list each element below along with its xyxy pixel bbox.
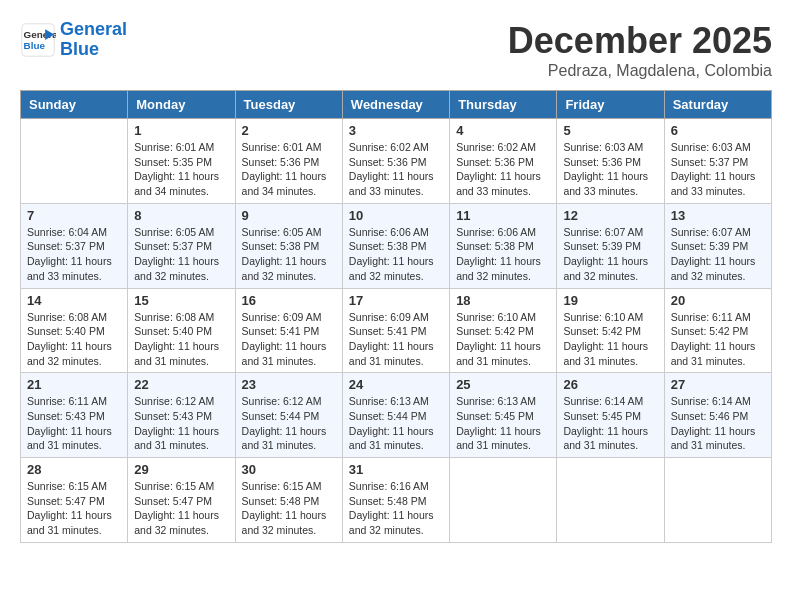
day-number: 24 [349,377,443,392]
svg-text:Blue: Blue [24,40,46,51]
weekday-header-tuesday: Tuesday [235,91,342,119]
day-info: Sunrise: 6:15 AM Sunset: 5:47 PM Dayligh… [27,479,121,538]
page-header: General Blue GeneralBlue December 2025 P… [20,20,772,80]
day-info: Sunrise: 6:10 AM Sunset: 5:42 PM Dayligh… [456,310,550,369]
weekday-header-saturday: Saturday [664,91,771,119]
week-row-2: 7Sunrise: 6:04 AM Sunset: 5:37 PM Daylig… [21,203,772,288]
calendar-cell [664,458,771,543]
day-number: 2 [242,123,336,138]
calendar-cell: 15Sunrise: 6:08 AM Sunset: 5:40 PM Dayli… [128,288,235,373]
calendar-cell: 5Sunrise: 6:03 AM Sunset: 5:36 PM Daylig… [557,119,664,204]
calendar-cell: 19Sunrise: 6:10 AM Sunset: 5:42 PM Dayli… [557,288,664,373]
day-info: Sunrise: 6:16 AM Sunset: 5:48 PM Dayligh… [349,479,443,538]
day-number: 7 [27,208,121,223]
day-number: 29 [134,462,228,477]
day-info: Sunrise: 6:08 AM Sunset: 5:40 PM Dayligh… [134,310,228,369]
calendar-cell: 11Sunrise: 6:06 AM Sunset: 5:38 PM Dayli… [450,203,557,288]
day-info: Sunrise: 6:04 AM Sunset: 5:37 PM Dayligh… [27,225,121,284]
calendar-cell: 30Sunrise: 6:15 AM Sunset: 5:48 PM Dayli… [235,458,342,543]
calendar-cell: 9Sunrise: 6:05 AM Sunset: 5:38 PM Daylig… [235,203,342,288]
day-info: Sunrise: 6:13 AM Sunset: 5:44 PM Dayligh… [349,394,443,453]
day-info: Sunrise: 6:02 AM Sunset: 5:36 PM Dayligh… [349,140,443,199]
calendar-cell: 2Sunrise: 6:01 AM Sunset: 5:36 PM Daylig… [235,119,342,204]
calendar-cell: 4Sunrise: 6:02 AM Sunset: 5:36 PM Daylig… [450,119,557,204]
day-number: 1 [134,123,228,138]
week-row-1: 1Sunrise: 6:01 AM Sunset: 5:35 PM Daylig… [21,119,772,204]
day-info: Sunrise: 6:05 AM Sunset: 5:38 PM Dayligh… [242,225,336,284]
calendar-cell: 18Sunrise: 6:10 AM Sunset: 5:42 PM Dayli… [450,288,557,373]
day-info: Sunrise: 6:01 AM Sunset: 5:36 PM Dayligh… [242,140,336,199]
day-number: 11 [456,208,550,223]
day-info: Sunrise: 6:03 AM Sunset: 5:37 PM Dayligh… [671,140,765,199]
location-title: Pedraza, Magdalena, Colombia [508,62,772,80]
logo: General Blue GeneralBlue [20,20,127,60]
calendar-cell: 10Sunrise: 6:06 AM Sunset: 5:38 PM Dayli… [342,203,449,288]
weekday-header-friday: Friday [557,91,664,119]
week-row-3: 14Sunrise: 6:08 AM Sunset: 5:40 PM Dayli… [21,288,772,373]
day-info: Sunrise: 6:05 AM Sunset: 5:37 PM Dayligh… [134,225,228,284]
calendar-cell: 26Sunrise: 6:14 AM Sunset: 5:45 PM Dayli… [557,373,664,458]
day-info: Sunrise: 6:02 AM Sunset: 5:36 PM Dayligh… [456,140,550,199]
day-info: Sunrise: 6:01 AM Sunset: 5:35 PM Dayligh… [134,140,228,199]
day-number: 4 [456,123,550,138]
day-info: Sunrise: 6:07 AM Sunset: 5:39 PM Dayligh… [671,225,765,284]
day-info: Sunrise: 6:12 AM Sunset: 5:43 PM Dayligh… [134,394,228,453]
day-number: 18 [456,293,550,308]
day-info: Sunrise: 6:08 AM Sunset: 5:40 PM Dayligh… [27,310,121,369]
calendar-cell: 12Sunrise: 6:07 AM Sunset: 5:39 PM Dayli… [557,203,664,288]
day-info: Sunrise: 6:15 AM Sunset: 5:47 PM Dayligh… [134,479,228,538]
day-info: Sunrise: 6:12 AM Sunset: 5:44 PM Dayligh… [242,394,336,453]
logo-text: GeneralBlue [60,20,127,60]
calendar-cell: 8Sunrise: 6:05 AM Sunset: 5:37 PM Daylig… [128,203,235,288]
day-info: Sunrise: 6:10 AM Sunset: 5:42 PM Dayligh… [563,310,657,369]
day-number: 25 [456,377,550,392]
day-number: 19 [563,293,657,308]
day-number: 21 [27,377,121,392]
calendar-cell: 22Sunrise: 6:12 AM Sunset: 5:43 PM Dayli… [128,373,235,458]
calendar-cell: 6Sunrise: 6:03 AM Sunset: 5:37 PM Daylig… [664,119,771,204]
calendar-cell: 20Sunrise: 6:11 AM Sunset: 5:42 PM Dayli… [664,288,771,373]
day-number: 12 [563,208,657,223]
weekday-header-sunday: Sunday [21,91,128,119]
day-info: Sunrise: 6:09 AM Sunset: 5:41 PM Dayligh… [242,310,336,369]
day-number: 20 [671,293,765,308]
logo-icon: General Blue [20,22,56,58]
calendar-cell [450,458,557,543]
day-number: 31 [349,462,443,477]
calendar-cell [21,119,128,204]
calendar-cell: 28Sunrise: 6:15 AM Sunset: 5:47 PM Dayli… [21,458,128,543]
day-number: 30 [242,462,336,477]
day-info: Sunrise: 6:13 AM Sunset: 5:45 PM Dayligh… [456,394,550,453]
week-row-5: 28Sunrise: 6:15 AM Sunset: 5:47 PM Dayli… [21,458,772,543]
day-info: Sunrise: 6:15 AM Sunset: 5:48 PM Dayligh… [242,479,336,538]
calendar-cell: 27Sunrise: 6:14 AM Sunset: 5:46 PM Dayli… [664,373,771,458]
day-number: 13 [671,208,765,223]
day-number: 5 [563,123,657,138]
weekday-header-thursday: Thursday [450,91,557,119]
calendar: SundayMondayTuesdayWednesdayThursdayFrid… [20,90,772,543]
calendar-cell: 23Sunrise: 6:12 AM Sunset: 5:44 PM Dayli… [235,373,342,458]
day-number: 17 [349,293,443,308]
day-number: 22 [134,377,228,392]
calendar-cell: 29Sunrise: 6:15 AM Sunset: 5:47 PM Dayli… [128,458,235,543]
day-number: 16 [242,293,336,308]
day-number: 3 [349,123,443,138]
day-number: 10 [349,208,443,223]
calendar-cell: 31Sunrise: 6:16 AM Sunset: 5:48 PM Dayli… [342,458,449,543]
weekday-header-monday: Monday [128,91,235,119]
day-number: 23 [242,377,336,392]
day-info: Sunrise: 6:07 AM Sunset: 5:39 PM Dayligh… [563,225,657,284]
day-info: Sunrise: 6:06 AM Sunset: 5:38 PM Dayligh… [349,225,443,284]
week-row-4: 21Sunrise: 6:11 AM Sunset: 5:43 PM Dayli… [21,373,772,458]
day-number: 15 [134,293,228,308]
day-number: 28 [27,462,121,477]
month-title: December 2025 [508,20,772,62]
calendar-cell: 21Sunrise: 6:11 AM Sunset: 5:43 PM Dayli… [21,373,128,458]
calendar-cell: 16Sunrise: 6:09 AM Sunset: 5:41 PM Dayli… [235,288,342,373]
day-number: 6 [671,123,765,138]
title-area: December 2025 Pedraza, Magdalena, Colomb… [508,20,772,80]
calendar-cell: 1Sunrise: 6:01 AM Sunset: 5:35 PM Daylig… [128,119,235,204]
day-info: Sunrise: 6:11 AM Sunset: 5:43 PM Dayligh… [27,394,121,453]
day-number: 9 [242,208,336,223]
weekday-header-row: SundayMondayTuesdayWednesdayThursdayFrid… [21,91,772,119]
